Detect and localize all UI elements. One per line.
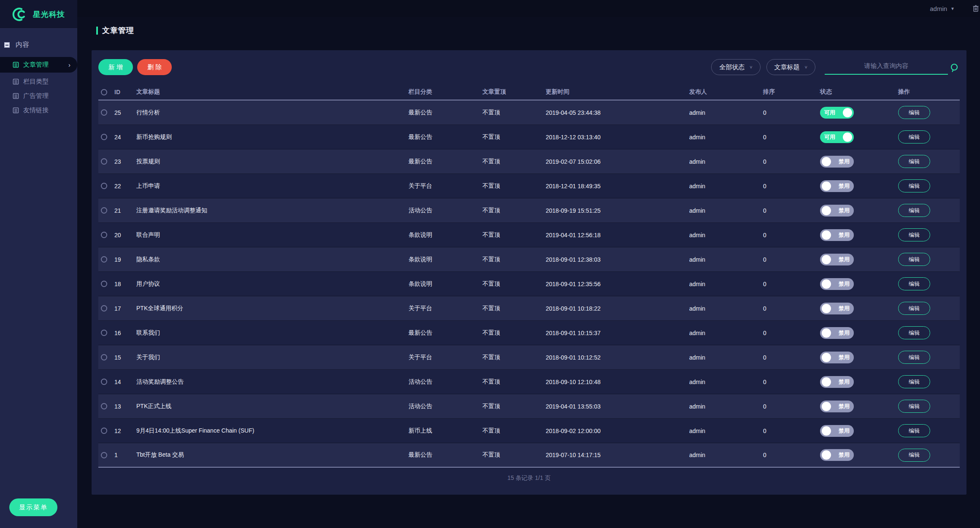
cell-id: 13 — [113, 403, 135, 410]
sidebar-item-label: 文章管理 — [23, 61, 49, 69]
row-select-radio[interactable] — [101, 330, 107, 336]
row-select-radio[interactable] — [101, 109, 107, 116]
status-toggle[interactable]: 禁用 — [820, 425, 854, 437]
cell-updated: 2018-09-19 15:51:25 — [544, 207, 688, 214]
status-toggle[interactable]: 禁用 — [820, 205, 854, 217]
status-label: 可用 — [822, 133, 838, 141]
toggle-knob — [822, 353, 831, 362]
edit-button[interactable]: 编辑 — [898, 130, 930, 144]
status-toggle[interactable]: 禁用 — [820, 278, 854, 290]
row-select-radio[interactable] — [101, 354, 107, 360]
edit-button[interactable]: 编辑 — [898, 204, 930, 217]
sidebar-item-articles[interactable]: 文章管理 › — [0, 57, 77, 73]
cell-top: 不置顶 — [481, 109, 544, 116]
status-toggle[interactable]: 禁用 — [820, 180, 854, 192]
status-toggle[interactable]: 禁用 — [820, 449, 854, 461]
user-name: admin — [930, 5, 947, 12]
edit-button[interactable]: 编辑 — [898, 424, 930, 437]
status-toggle[interactable]: 禁用 — [820, 254, 854, 265]
row-select-radio[interactable] — [101, 403, 107, 409]
document-icon — [13, 79, 19, 85]
show-menu-button[interactable]: 显示菜单 — [9, 498, 57, 516]
edit-button[interactable]: 编辑 — [898, 449, 930, 462]
cell-publisher: admin — [688, 452, 761, 458]
status-toggle[interactable]: 禁用 — [820, 327, 854, 339]
row-select-radio[interactable] — [101, 232, 107, 238]
row-select-radio[interactable] — [101, 281, 107, 287]
cell-publisher: admin — [688, 330, 761, 336]
status-toggle[interactable]: 禁用 — [820, 401, 854, 412]
topbar: admin ▼ — [77, 0, 980, 17]
add-button[interactable]: 新 增 — [98, 59, 133, 75]
toggle-knob — [822, 377, 831, 387]
sidebar-group-content[interactable]: 内容 — [4, 41, 77, 49]
user-menu[interactable]: admin ▼ — [930, 5, 955, 12]
toggle-knob — [843, 108, 852, 117]
sidebar-item-categories[interactable]: 栏目类型 › — [0, 74, 77, 89]
status-toggle[interactable]: 禁用 — [820, 376, 854, 388]
row-select-radio[interactable] — [101, 428, 107, 434]
status-toggle[interactable]: 禁用 — [820, 229, 854, 241]
field-filter-select[interactable]: 文章标题 ˅ — [766, 59, 815, 75]
edit-button[interactable]: 编辑 — [898, 351, 930, 364]
status-toggle[interactable]: 禁用 — [820, 156, 854, 168]
edit-button[interactable]: 编辑 — [898, 375, 930, 388]
status-label: 禁用 — [836, 207, 852, 214]
status-filter-value: 全部状态 — [719, 63, 744, 71]
row-select-radio[interactable] — [101, 305, 107, 311]
row-select-radio[interactable] — [101, 207, 107, 214]
sidebar-item-links[interactable]: 友情链接 › — [0, 103, 77, 117]
edit-button[interactable]: 编辑 — [898, 155, 930, 168]
cell-sort: 0 — [761, 428, 818, 434]
table-row: 22 上币申请 关于平台 不置顶 2018-12-01 18:49:35 adm… — [98, 174, 960, 198]
cell-top: 不置顶 — [481, 231, 544, 239]
search-icon[interactable] — [950, 63, 960, 73]
status-toggle[interactable]: 禁用 — [820, 303, 854, 314]
row-select-radio[interactable] — [101, 158, 107, 165]
pagination-summary: 15 条记录 1/1 页 — [98, 468, 960, 482]
cell-sort: 0 — [761, 452, 818, 458]
cell-top: 不置顶 — [481, 427, 544, 435]
edit-button[interactable]: 编辑 — [898, 302, 930, 315]
cell-updated: 2019-02-07 15:02:06 — [544, 158, 688, 165]
search-box — [825, 60, 960, 75]
row-select-radio[interactable] — [101, 134, 107, 140]
sidebar-item-label: 栏目类型 — [23, 78, 49, 86]
trash-icon[interactable] — [972, 5, 979, 12]
table-row: 16 联系我们 最新公告 不置顶 2018-09-01 10:15:37 adm… — [98, 321, 960, 345]
delete-button[interactable]: 删 除 — [137, 59, 172, 75]
edit-button[interactable]: 编辑 — [898, 326, 930, 339]
row-select-radio[interactable] — [101, 256, 107, 263]
chevron-down-icon: ˅ — [805, 65, 807, 70]
cell-id: 19 — [113, 256, 135, 263]
table-row: 24 新币抢购规则 最新公告 不置顶 2018-12-12 03:13:40 a… — [98, 125, 960, 149]
sidebar-item-ads[interactable]: 广告管理 › — [0, 89, 77, 103]
row-select-radio[interactable] — [101, 379, 107, 385]
row-select-radio[interactable] — [101, 452, 107, 458]
edit-button[interactable]: 编辑 — [898, 179, 930, 192]
brand[interactable]: 星光科技 — [0, 0, 77, 29]
toggle-knob — [843, 133, 852, 142]
cell-category: 最新公告 — [407, 133, 481, 141]
status-toggle[interactable]: 禁用 — [820, 352, 854, 363]
select-all-radio[interactable] — [101, 89, 107, 95]
search-input[interactable] — [825, 60, 948, 75]
status-toggle[interactable]: 可用 — [820, 131, 854, 143]
edit-button[interactable]: 编辑 — [898, 400, 930, 413]
cell-top: 不置顶 — [481, 451, 544, 459]
edit-button[interactable]: 编辑 — [898, 277, 930, 290]
cell-sort: 0 — [761, 305, 818, 312]
status-label: 禁用 — [836, 451, 852, 459]
cell-category: 条款说明 — [407, 280, 481, 288]
row-select-radio[interactable] — [101, 183, 107, 189]
edit-button[interactable]: 编辑 — [898, 106, 930, 119]
edit-button[interactable]: 编辑 — [898, 228, 930, 241]
table-row: 15 关于我们 关于平台 不置顶 2018-09-01 10:12:52 adm… — [98, 345, 960, 370]
edit-button[interactable]: 编辑 — [898, 253, 930, 266]
table-row: 14 活动奖励调整公告 活动公告 不置顶 2018-09-10 12:10:48… — [98, 370, 960, 394]
status-toggle[interactable]: 可用 — [820, 107, 854, 119]
status-label: 禁用 — [836, 182, 852, 190]
cell-publisher: admin — [688, 305, 761, 312]
status-filter-select[interactable]: 全部状态 ˅ — [711, 59, 760, 75]
collapse-icon[interactable] — [4, 42, 10, 48]
